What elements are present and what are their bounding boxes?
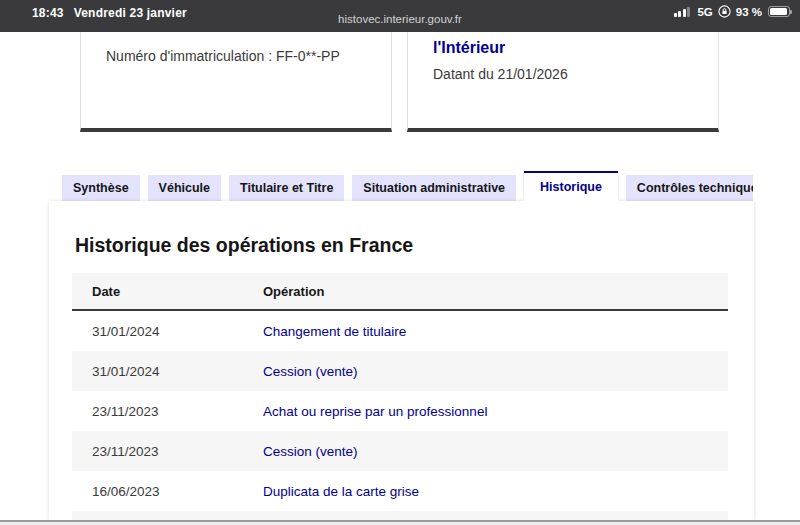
page-title: Historique des opérations en France [75,233,754,257]
column-header-date: Date [72,284,243,299]
operation-date: 23/11/2023 [72,444,243,459]
battery-percent-label: 93 % [736,6,762,18]
status-right-group: 5G 93 % [674,5,790,18]
operation-label: Changement de titulaire [243,324,728,339]
registration-card: Numéro d'immatriculation : FF-0**-PP [80,32,392,132]
cellular-signal-icon [674,7,691,17]
tab-controles-techniques[interactable]: Contrôles techniques [626,175,753,201]
registration-number: Numéro d'immatriculation : FF-0**-PP [81,32,391,64]
certificate-title: l'Intérieur [408,32,718,57]
tab-historique[interactable]: Historique [524,171,618,201]
operation-label: Achat ou reprise par un professionnel [243,404,728,419]
historique-panel: Historique des opérations en France Date… [49,201,754,520]
table-header-row: Date Opération [72,273,728,311]
certificate-date: Datant du 21/01/2026 [408,57,718,82]
certificate-card: l'Intérieur Datant du 21/01/2026 [407,32,719,132]
status-bar: 18:43 Vendredi 23 janvier histovec.inter… [0,0,800,32]
table-row: 23/11/2023 Cession (vente) [72,431,728,471]
rotation-lock-icon [718,5,731,18]
tab-synthese[interactable]: Synthèse [62,175,140,201]
operation-date: 16/06/2023 [72,484,243,499]
operation-date: 31/01/2024 [72,324,243,339]
battery-icon [768,6,790,17]
table-row: 16/06/2023 Duplicata de la carte grise [72,471,728,511]
network-type-label: 5G [697,6,712,18]
tab-situation-administrative[interactable]: Situation administrative [352,175,516,201]
operation-label: Cession (vente) [243,364,728,379]
tab-vehicule[interactable]: Véhicule [148,175,221,201]
operation-label: Cession (vente) [243,444,728,459]
tab-bar: Synthèse Véhicule Titulaire et Titre Sit… [62,171,753,201]
table-row-partial [72,511,728,520]
operations-table: Date Opération 31/01/2024 Changement de … [72,273,728,520]
operation-date: 31/01/2024 [72,364,243,379]
table-row: 31/01/2024 Cession (vente) [72,351,728,391]
column-header-operation: Opération [243,284,728,299]
url-text: histovec.interieur.gouv.fr [338,13,462,25]
table-row: 31/01/2024 Changement de titulaire [72,311,728,351]
operation-label: Duplicata de la carte grise [243,484,728,499]
table-row: 23/11/2023 Achat ou reprise par un profe… [72,391,728,431]
tab-titulaire-et-titre[interactable]: Titulaire et Titre [229,175,344,201]
operation-date: 23/11/2023 [72,404,243,419]
